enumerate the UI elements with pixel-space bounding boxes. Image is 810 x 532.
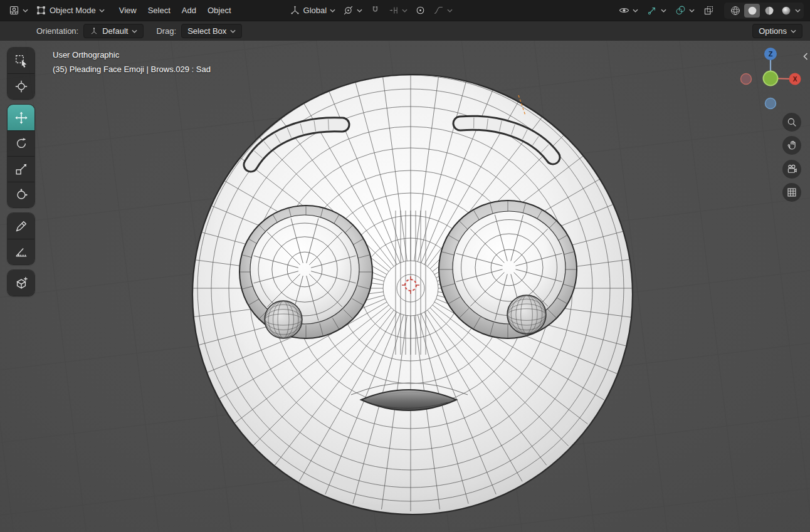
viewport-info: User Orthographic (35) Pleading Face Emo… — [53, 48, 211, 76]
proportional-editing-icon — [415, 5, 426, 16]
xray-toggle[interactable] — [700, 3, 718, 18]
xray-icon — [703, 5, 714, 16]
solid-icon — [747, 5, 758, 16]
proportional-editing-toggle[interactable] — [411, 3, 429, 18]
chevron-down-icon — [402, 9, 408, 13]
snap-target-select[interactable] — [384, 3, 411, 18]
axis-z-label: Z — [769, 50, 773, 58]
tool-select-box[interactable] — [8, 48, 34, 73]
menu-bar: View Select Add Object — [113, 3, 237, 18]
move-icon — [14, 111, 28, 125]
drag-dropdown[interactable]: Select Box — [181, 24, 242, 38]
shading-rendered-button[interactable] — [778, 4, 794, 18]
wireframe-icon — [730, 5, 741, 16]
pivot-point-select[interactable] — [339, 3, 366, 18]
menu-object[interactable]: Object — [202, 3, 237, 18]
toolbar-group-select — [8, 48, 34, 99]
overlays-icon — [675, 5, 686, 16]
grid-icon — [786, 187, 797, 198]
toolbar — [8, 48, 34, 296]
orientation-axes-icon — [290, 5, 300, 16]
editor-3d-viewport-icon — [9, 5, 19, 16]
select-box-icon — [14, 54, 28, 68]
pivot-point-icon — [343, 5, 354, 16]
orientation-axes-icon — [90, 27, 98, 36]
snap-increment-icon — [388, 5, 399, 16]
transform-orientation-select[interactable]: Global — [286, 3, 340, 18]
perspective-toggle-button[interactable] — [782, 183, 801, 202]
chevron-down-icon — [795, 9, 801, 13]
axis-y-positive[interactable] — [764, 71, 778, 86]
shading-material-button[interactable] — [761, 4, 777, 18]
pan-button[interactable] — [782, 136, 801, 155]
mode-select[interactable]: Object Mode — [32, 3, 108, 18]
header-right-controls — [615, 3, 805, 19]
show-gizmos-toggle[interactable] — [643, 3, 670, 18]
eye-icon — [619, 5, 629, 16]
axis-x-label: X — [793, 76, 797, 83]
tool-measure[interactable] — [8, 239, 34, 264]
toolbar-group-transform — [8, 105, 34, 207]
transform-icon — [14, 188, 28, 202]
shading-solid-button[interactable] — [744, 4, 760, 18]
chevron-down-icon — [689, 9, 695, 13]
camera-view-button[interactable] — [782, 160, 801, 179]
add-cube-icon — [14, 276, 28, 290]
drag-label: Drag: — [156, 26, 176, 36]
menu-add[interactable]: Add — [176, 3, 202, 18]
show-overlays-toggle[interactable] — [671, 3, 698, 18]
viewport-header: Object Mode View Select Add Object Globa… — [0, 0, 810, 21]
toolbar-group-add — [8, 270, 34, 296]
proportional-falloff-select[interactable] — [429, 3, 456, 18]
shading-mode-group — [724, 3, 804, 19]
tool-move[interactable] — [8, 105, 34, 130]
chevron-down-icon — [661, 9, 666, 13]
orientation-label: Orientation: — [36, 26, 78, 36]
menu-select[interactable]: Select — [142, 3, 176, 18]
mode-select-label: Object Mode — [50, 6, 96, 15]
orientation-dropdown-value: Default — [102, 26, 128, 36]
cursor-3d-icon — [14, 80, 28, 93]
chevron-down-icon — [791, 29, 796, 33]
shading-wireframe-button[interactable] — [727, 4, 743, 18]
rotate-icon — [14, 137, 28, 150]
tool-add-cube[interactable] — [8, 270, 34, 296]
viewport-canvas[interactable] — [0, 0, 810, 532]
zoom-button[interactable] — [782, 113, 801, 132]
chevron-down-icon — [132, 29, 137, 33]
annotate-icon — [14, 219, 28, 233]
object-mode-icon — [36, 5, 46, 16]
magnet-icon — [370, 5, 381, 16]
options-label: Options — [759, 26, 787, 36]
hand-icon — [786, 140, 797, 151]
chevron-down-icon — [633, 9, 638, 13]
editor-type-button[interactable] — [5, 3, 32, 18]
snap-toggle[interactable] — [366, 3, 384, 18]
orientation-dropdown[interactable]: Default — [83, 24, 144, 38]
axis-x-negative[interactable] — [741, 74, 752, 85]
active-object-label: (35) Pleading Face Emoji | Brows.029 : S… — [53, 62, 211, 76]
tool-cursor[interactable] — [8, 73, 34, 99]
object-visibility-select[interactable] — [615, 3, 642, 18]
gizmos-icon — [647, 5, 658, 16]
tool-annotate[interactable] — [8, 213, 34, 239]
camera-icon — [786, 164, 797, 175]
chevron-down-icon — [230, 29, 236, 33]
tool-transform[interactable] — [8, 182, 34, 207]
chevron-down-icon — [357, 9, 362, 13]
navigation-gizmo[interactable]: Z X — [738, 46, 803, 111]
chevron-down-icon — [23, 9, 28, 13]
falloff-curve-icon — [433, 5, 444, 16]
menu-view[interactable]: View — [113, 3, 142, 18]
zoom-icon — [786, 117, 797, 128]
axis-z-negative[interactable] — [765, 98, 776, 109]
material-preview-icon — [764, 5, 775, 16]
sidebar-expand-arrow[interactable] — [803, 53, 808, 62]
tool-settings-bar: Orientation: Default Drag: Select Box Op… — [0, 21, 810, 41]
measure-icon — [14, 245, 28, 259]
tool-rotate[interactable] — [8, 130, 34, 156]
options-dropdown[interactable]: Options — [752, 24, 802, 38]
tool-scale[interactable] — [8, 156, 34, 182]
chevron-down-icon — [330, 9, 335, 13]
scale-icon — [14, 162, 28, 176]
